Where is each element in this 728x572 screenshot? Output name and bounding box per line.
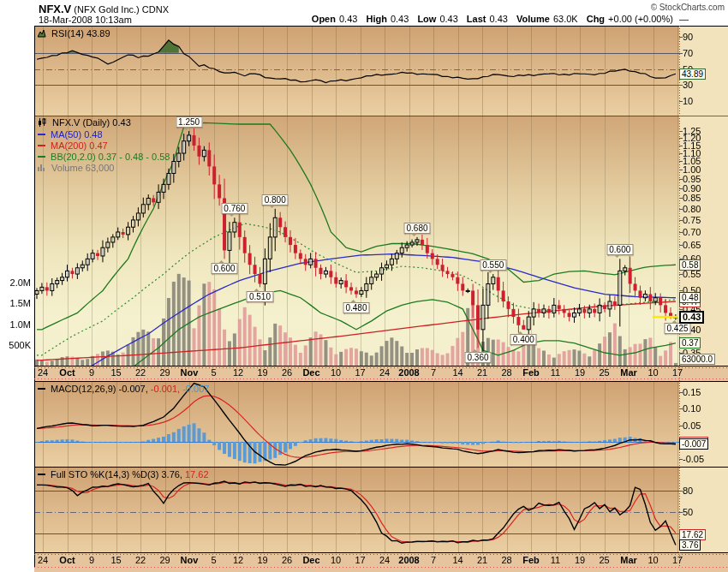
price-axis-tick: 0.55 — [683, 270, 701, 279]
price-axis-tick: 0.85 — [683, 194, 701, 203]
date-label: 21 — [477, 556, 487, 565]
price-annotation: 0.510 — [247, 291, 273, 302]
ma50-legend-row: MA(50) 0.48 — [38, 129, 170, 140]
date-label: 25 — [599, 368, 609, 378]
date-label: Nov — [181, 556, 199, 565]
sto-axis-tick: 80 — [683, 486, 693, 496]
ma200-legend-label: MA(200) 0.47 — [51, 140, 108, 151]
price-annotation: 0.760 — [221, 203, 248, 214]
date-label: 28 — [501, 556, 511, 565]
price-value-callout: 0.58 — [679, 259, 701, 271]
macd-legend-name: MACD(12,26,9) — [51, 384, 116, 394]
date-label: 15 — [110, 556, 121, 565]
volume-axis-tick: 1.5M — [0, 299, 31, 308]
date-label: 17 — [672, 556, 683, 565]
date-label: 19 — [257, 556, 267, 565]
date-label: Dec — [302, 556, 319, 565]
bb-line-icon — [38, 156, 45, 158]
date-label: 17 — [355, 556, 365, 565]
macd-legend: MACD(12,26,9) -0.007, -0.001, -0.007 — [38, 384, 209, 395]
rsi-value-callout: 43.89 — [679, 69, 706, 80]
sto-axis-tick: 50 — [683, 508, 693, 517]
date-label: 2008 — [398, 368, 419, 378]
date-label: 24 — [379, 556, 390, 565]
price-annotation: 0.800 — [262, 194, 289, 206]
date-label: 10 — [331, 368, 341, 378]
date-label: Feb — [522, 368, 540, 378]
price-axis-tick: 0.65 — [683, 241, 701, 250]
date-label: Oct — [59, 556, 75, 565]
date-label: 22 — [135, 368, 146, 378]
date-label: 17 — [672, 368, 683, 378]
chart-overlay: 1.251.201.151.101.051.000.950.900.850.80… — [0, 0, 728, 572]
candlestick-icon — [38, 118, 47, 129]
date-label: 5 — [211, 556, 216, 565]
sto-value-d: 17.62 — [185, 469, 209, 480]
price-axis-tick: 0.70 — [683, 228, 701, 237]
sto-value-k: 3.76, — [161, 469, 182, 480]
rsi-axis-tick: 70 — [683, 49, 693, 58]
date-label: 26 — [282, 368, 292, 378]
date-label: 21 — [477, 368, 487, 378]
date-label: 14 — [452, 556, 462, 565]
date-label: Dec — [302, 368, 319, 378]
macd-axis-tick: 0.15 — [683, 388, 701, 397]
date-label: 24 — [379, 368, 390, 378]
volume-axis-tick: 1.0M — [0, 320, 31, 330]
date-label: 29 — [159, 556, 170, 565]
rsi-axis-tick: 30 — [683, 80, 693, 90]
date-label: Feb — [522, 556, 540, 565]
date-label: 25 — [599, 556, 609, 565]
price-annotation: 0.600 — [212, 263, 238, 274]
sto-legend: Full STO %K(14,3) %D(3) 3.76, 17.62 — [38, 469, 209, 480]
date-label: 26 — [282, 556, 292, 565]
volume-legend-label: Volume 63,000 — [51, 163, 114, 173]
date-label: 15 — [110, 368, 121, 378]
date-label: 12 — [233, 556, 243, 565]
volume-bars-icon — [38, 163, 46, 174]
ma200-line-icon — [38, 145, 45, 146]
date-label: 10 — [331, 556, 341, 565]
date-label: 11 — [551, 368, 560, 378]
price-annotation: 0.400 — [510, 334, 537, 345]
price-value-callout: 0.48 — [679, 292, 701, 303]
date-label: 5 — [211, 368, 216, 378]
date-label: 19 — [257, 368, 267, 378]
bb-legend-label: BB(20,2.0) 0.37 - 0.48 - 0.58 — [51, 152, 170, 162]
date-label: 9 — [89, 368, 94, 378]
date-label: 10 — [647, 556, 658, 565]
date-label: 12 — [233, 368, 243, 378]
date-label: 22 — [135, 556, 146, 565]
price-annotation: 0.360 — [465, 352, 492, 363]
ma200-legend-row: MA(200) 0.47 — [38, 140, 170, 152]
date-label: Nov — [181, 368, 199, 378]
macd-axis-tick: 0.05 — [683, 421, 701, 431]
price-annotation: 0.550 — [480, 259, 506, 271]
sto-value-callout: 3.76 — [679, 539, 701, 551]
date-label: Oct — [59, 368, 75, 378]
ma50-legend-label: MA(50) 0.48 — [51, 129, 103, 140]
date-label: Mar — [620, 556, 637, 565]
macd-axis-tick: 0.10 — [683, 404, 701, 414]
rsi-icon — [38, 29, 46, 40]
volume-axis-tick: 2.0M — [0, 278, 31, 288]
macd-value-signal: -0.001, — [151, 384, 180, 394]
date-label: 17 — [355, 368, 365, 378]
date-label: 24 — [38, 556, 48, 565]
date-label: 11 — [551, 556, 560, 565]
price-legend-title-row: NFX.V (Daily) 0.43 — [38, 117, 170, 129]
price-annotation: 0.425 — [664, 323, 690, 334]
price-annotation: 0.600 — [606, 244, 633, 255]
rsi-legend-label: RSI(14) 43.89 — [51, 28, 110, 39]
date-label: 14 — [452, 368, 462, 378]
date-label: 19 — [575, 556, 585, 565]
price-value-callout: 0.37 — [679, 337, 701, 349]
price-annotation: 0.680 — [403, 223, 430, 234]
volume-last-callout: 63000.0 — [679, 354, 715, 365]
price-axis-tick: 0.75 — [683, 216, 701, 225]
price-value-callout: 0.43 — [679, 311, 704, 324]
date-label: 7 — [431, 556, 436, 565]
macd-axis-tick: -0.05 — [683, 455, 704, 464]
macd-value-callout: -0.007 — [679, 438, 708, 450]
rsi-legend: RSI(14) 43.89 — [38, 28, 110, 40]
